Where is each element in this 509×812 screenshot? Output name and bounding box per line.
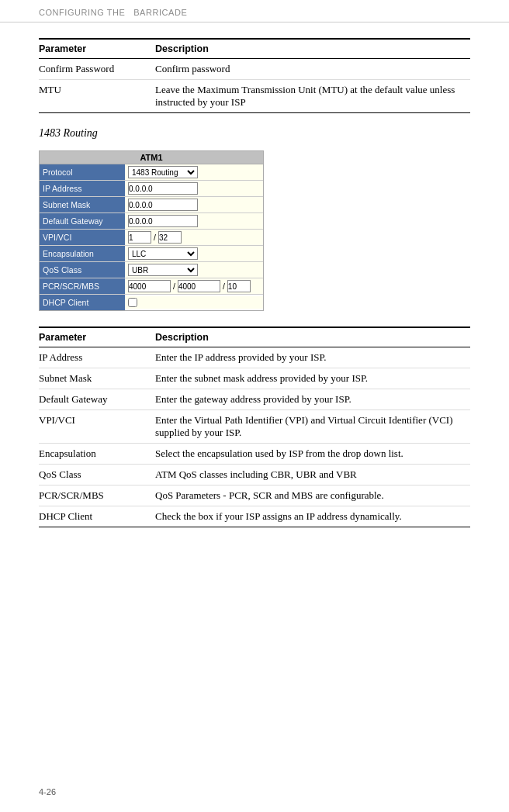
atm-row-label: QoS Class <box>40 262 125 278</box>
desc-cell: Confirm password <box>155 59 470 80</box>
param-cell: Encapsulation <box>39 444 155 465</box>
atm-row: IP Address <box>40 181 263 197</box>
top-table-col1: Parameter <box>39 39 155 59</box>
table-row: VPI/VCI Enter the Virtual Path Identifie… <box>39 410 470 444</box>
page-header: Configuring the Barricade <box>0 0 509 22</box>
atm-input-subnet-mask[interactable] <box>128 199 198 211</box>
atm-row: Default Gateway <box>40 213 263 230</box>
table-row: Confirm Password Confirm password <box>39 59 470 80</box>
atm-select-protocol[interactable]: 1483 Routing <box>128 166 198 178</box>
atm-row: VPI/VCI/ <box>40 230 263 246</box>
atm-select-encapsulation[interactable]: LLC <box>128 247 198 260</box>
atm-row: QoS ClassUBR <box>40 262 263 278</box>
bottom-table-col2: Description <box>155 327 470 347</box>
table-row: Encapsulation Select the encapsulation u… <box>39 444 470 465</box>
main-content: Parameter Description Confirm Password C… <box>0 22 509 572</box>
atm-row-label: PCR/SCR/MBS <box>40 278 125 294</box>
atm-input-default-gateway[interactable] <box>128 215 198 227</box>
table-row: Default Gateway Enter the gateway addres… <box>39 389 470 410</box>
atm-row-label: DHCP Client <box>40 295 125 310</box>
desc-cell: Select the encapsulation used by ISP fro… <box>155 444 470 465</box>
table-row: QoS Class ATM QoS classes including CBR,… <box>39 465 470 485</box>
atm-row-value <box>125 181 263 196</box>
table-row: MTU Leave the Maximum Transmission Unit … <box>39 80 470 113</box>
desc-cell: Leave the Maximum Transmission Unit (MTU… <box>155 80 470 113</box>
atm-row-label: Default Gateway <box>40 213 125 229</box>
page-number: 4-26 <box>39 787 56 796</box>
atm-pcr-input[interactable] <box>128 280 171 292</box>
desc-cell: Check the box if your ISP assigns an IP … <box>155 506 470 527</box>
table-row: Subnet Mask Enter the subnet mask addres… <box>39 368 470 389</box>
atm-row-label: Protocol <box>40 164 125 180</box>
atm-row-value <box>125 296 263 309</box>
atm-mbs-input[interactable] <box>227 280 251 292</box>
vpi-vci-slash: / <box>153 233 157 242</box>
atm-scr-input[interactable] <box>178 280 220 292</box>
atm-row-value <box>125 197 263 213</box>
table-row: DHCP Client Check the box if your ISP as… <box>39 506 470 527</box>
bottom-param-table: Parameter Description IP Address Enter t… <box>39 327 470 527</box>
atm-dhcp-checkbox[interactable] <box>128 298 137 307</box>
atm-title-bar: ATM1 <box>40 151 263 164</box>
section-heading-1483: 1483 Routing <box>39 127 470 140</box>
desc-cell: QoS Parameters - PCR, SCR and MBS are co… <box>155 485 470 506</box>
atm-row: EncapsulationLLC <box>40 246 263 262</box>
table-row: IP Address Enter the IP address provided… <box>39 347 470 368</box>
atm-row-label: Subnet Mask <box>40 197 125 213</box>
atm-vci-input[interactable] <box>158 231 182 244</box>
atm-row-value: // <box>125 278 263 294</box>
atm-row-value: LLC <box>125 246 263 261</box>
atm-row-value: 1483 Routing <box>125 164 263 180</box>
desc-cell: Enter the Virtual Path Identifier (VPI) … <box>155 410 470 444</box>
table-row: PCR/SCR/MBS QoS Parameters - PCR, SCR an… <box>39 485 470 506</box>
atm-row: DHCP Client <box>40 295 263 310</box>
atm-row-label: VPI/VCI <box>40 230 125 245</box>
desc-cell: Enter the IP address provided by your IS… <box>155 347 470 368</box>
top-table-col2: Description <box>155 39 470 59</box>
atm-rows: Protocol1483 RoutingIP AddressSubnet Mas… <box>40 164 263 310</box>
param-cell: Default Gateway <box>39 389 155 410</box>
atm-row-label: Encapsulation <box>40 246 125 261</box>
atm-select-qos-class[interactable]: UBR <box>128 264 198 276</box>
param-cell: VPI/VCI <box>39 410 155 444</box>
top-param-table: Parameter Description Confirm Password C… <box>39 38 470 113</box>
param-cell: Subnet Mask <box>39 368 155 389</box>
atm-vpi-input[interactable] <box>128 231 151 244</box>
atm-row-value: / <box>125 230 263 245</box>
atm-row: PCR/SCR/MBS// <box>40 278 263 295</box>
header-prefix: Configuring the <box>39 8 125 17</box>
pcr-slash2: / <box>222 282 226 291</box>
atm-row: Protocol1483 Routing <box>40 164 263 181</box>
atm-input-ip-address[interactable] <box>128 182 198 195</box>
atm-row-value <box>125 213 263 229</box>
atm-row-value: UBR <box>125 262 263 278</box>
desc-cell: Enter the subnet mask address provided b… <box>155 368 470 389</box>
bottom-table-col1: Parameter <box>39 327 155 347</box>
param-cell: Confirm Password <box>39 59 155 80</box>
atm-row: Subnet Mask <box>40 197 263 213</box>
param-cell: MTU <box>39 80 155 113</box>
param-cell: IP Address <box>39 347 155 368</box>
param-cell: DHCP Client <box>39 506 155 527</box>
param-cell: PCR/SCR/MBS <box>39 485 155 506</box>
atm-row-label: IP Address <box>40 181 125 196</box>
pcr-slash1: / <box>172 282 176 291</box>
header-title: Barricade <box>133 8 187 17</box>
desc-cell: Enter the gateway address provided by yo… <box>155 389 470 410</box>
atm-screenshot-box: ATM1 Protocol1483 RoutingIP AddressSubne… <box>39 150 264 311</box>
param-cell: QoS Class <box>39 465 155 485</box>
desc-cell: ATM QoS classes including CBR, UBR and V… <box>155 465 470 485</box>
